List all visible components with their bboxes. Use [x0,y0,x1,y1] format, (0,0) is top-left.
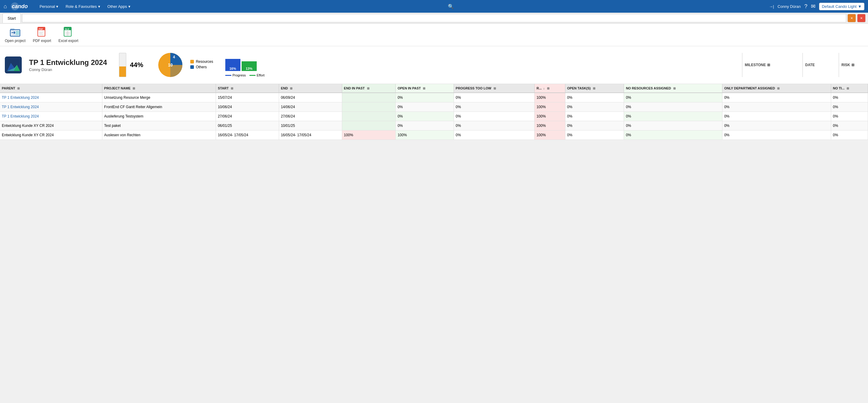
only-dept-filter-icon[interactable]: ⊞ [777,87,779,90]
table-row: TP 1 Entwicklung 2024 Umsetzung Resource… [0,93,868,102]
cell-end-in-past [342,102,396,112]
pdf-export-button[interactable]: PDF PDF export [33,27,51,43]
cell-r: 100% [534,130,565,140]
legend-effort: Effort [249,73,265,77]
cell-no-ti: 0% [831,102,868,112]
cell-open-in-past: 0% [396,93,454,102]
project-name-filter-icon[interactable]: ⊞ [132,87,135,90]
tab-path-input[interactable] [22,14,846,22]
r-filter-icon[interactable]: ⊞ [547,87,549,90]
pdf-export-icon: PDF [36,27,48,37]
cando-logo: cando [10,2,35,10]
cell-no-resources: 0% [624,121,722,130]
data-table: PARENT ⊞ PROJECT NAME ⊞ START ⊞ END ⊞ EN… [0,84,868,140]
end-in-past-filter-icon[interactable]: ⊞ [367,87,369,90]
cell-no-ti: 0% [831,130,868,140]
home-icon[interactable]: ⌂ [4,3,7,10]
cell-only-dept: 0% [722,130,831,140]
cell-r: 100% [534,112,565,121]
table-header: PARENT ⊞ PROJECT NAME ⊞ START ⊞ END ⊞ EN… [0,84,868,93]
th-no-ti: NO TI... ⊞ [831,84,868,93]
pie-chart-section: 10 4 Resources Others [155,50,213,80]
cell-parent[interactable]: TP 1 Entwicklung 2024 [0,112,102,121]
cell-end-in-past: 100% [342,130,396,140]
svg-text:PDF: PDF [39,28,43,30]
excel-export-icon: XLS [62,27,74,37]
th-parent: PARENT ⊞ [0,84,102,93]
tab-start[interactable]: Start [2,13,21,23]
cell-project-name: FrontEnd CF Gantt Reiter Allgemein [102,102,216,112]
nav-other-apps[interactable]: Other Apps ▾ [105,3,133,10]
cell-no-ti: 0% [831,121,868,130]
top-navigation: ⌂ cando Personal ▾ Role & Favourites ▾ O… [0,0,868,13]
cell-end-in-past [342,121,396,130]
r-sort-icon[interactable]: ↓ [543,87,545,90]
cell-progress-too-low: 0% [454,121,534,130]
cell-only-dept: 0% [722,121,831,130]
th-end: END ⊞ [279,84,342,93]
cell-end-in-past [342,112,396,121]
cell-no-resources: 0% [624,93,722,102]
user-name: Conny Düran [778,4,801,9]
open-tasks-filter-icon[interactable]: ⊞ [593,87,595,90]
th-r: R... ↓ ⊞ [534,84,565,93]
risk-filter-icon[interactable]: ⊞ [851,63,855,67]
date-col-header: DATE [803,53,839,77]
cell-parent[interactable]: TP 1 Entwicklung 2024 [0,102,102,112]
cell-end: 16/05/24- 17/05/24 [279,130,342,140]
progress-section: 44% [119,53,143,77]
svg-text:cando: cando [12,3,28,9]
search-icon[interactable]: 🔍 [448,4,454,9]
th-project-name: PROJECT NAME ⊞ [102,84,216,93]
tab-bar: Start × × [0,13,868,24]
theme-dropdown[interactable]: Default Cando Light ▼ [819,3,864,10]
th-open-tasks: OPEN TASK(S) ⊞ [565,84,624,93]
excel-export-button[interactable]: XLS Excel export [58,27,78,43]
table-row: Entwicklung Kunde XY CR 2024 Test paket … [0,121,868,130]
nav-personal[interactable]: Personal ▾ [37,3,61,10]
start-filter-icon[interactable]: ⊞ [231,87,233,90]
cell-start: 15/07/24 [216,93,279,102]
pie-legend: Resources Others [190,60,213,70]
cell-progress-too-low: 0% [454,93,534,102]
tab-close-orange[interactable]: × [847,14,856,22]
cell-only-dept: 0% [722,93,831,102]
cell-open-tasks: 0% [565,121,624,130]
cell-parent[interactable]: TP 1 Entwicklung 2024 [0,93,102,102]
parent-filter-icon[interactable]: ⊞ [17,87,20,90]
project-header: TP 1 Entwicklung 2024 Conny Düran 44% 10… [0,46,868,84]
th-no-resources: NO RESOURCES ASSIGNED ⊞ [624,84,722,93]
milestone-filter-icon[interactable]: ⊞ [767,63,770,67]
table-row: TP 1 Entwicklung 2024 FrontEnd CF Gantt … [0,102,868,112]
progress-too-low-filter-icon[interactable]: ⊞ [494,87,496,90]
legend-others-dot [190,65,194,69]
cell-no-ti: 0% [831,112,868,121]
open-in-past-filter-icon[interactable]: ⊞ [423,87,425,90]
mail-icon[interactable]: ✉ [811,3,815,10]
project-title: TP 1 Entwicklung 2024 [29,58,107,67]
nav-role-favourites[interactable]: Role & Favourites ▾ [63,3,102,10]
pie-chart: 10 4 [155,50,185,80]
open-project-button[interactable]: Open project [5,27,26,43]
progress-bar-chart: 16% [225,59,240,71]
cell-r: 100% [534,93,565,102]
cell-open-tasks: 0% [565,130,624,140]
bar-chart: 16% 13% [225,53,265,71]
search-area: 🔍 [135,4,767,9]
cell-no-resources: 0% [624,102,722,112]
legend-progress-line [225,75,231,76]
cell-progress-too-low: 0% [454,130,534,140]
no-resources-filter-icon[interactable]: ⊞ [673,87,676,90]
table-body: TP 1 Entwicklung 2024 Umsetzung Resource… [0,93,868,140]
cell-project-name: Umsetzung Resource Merge [102,93,216,102]
project-logo [5,57,22,73]
cell-end: 14/06/24 [279,102,342,112]
help-icon[interactable]: ? [804,3,807,10]
progress-bar [119,53,126,77]
svg-text:4: 4 [173,55,175,59]
no-ti-filter-icon[interactable]: ⊞ [846,87,849,90]
svg-text:XLS: XLS [65,28,69,30]
tab-close-red[interactable]: × [857,14,866,22]
table-row: TP 1 Entwicklung 2024 Auslieferung Tests… [0,112,868,121]
end-filter-icon[interactable]: ⊞ [290,87,292,90]
